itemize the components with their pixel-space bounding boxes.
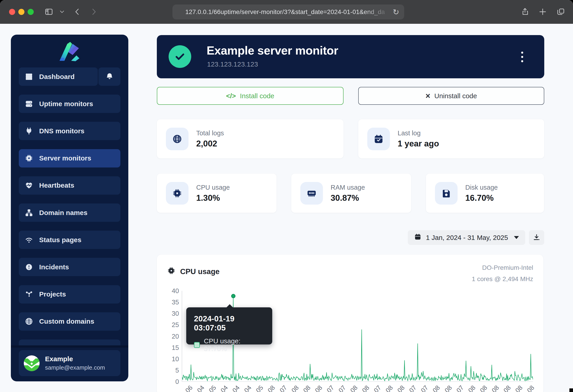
notifications-button[interactable] [98, 68, 120, 86]
x-tick: 08 [266, 384, 277, 392]
sidebar-toggle-icon[interactable] [43, 6, 55, 18]
sidebar-item-dashboard[interactable]: Dashboard [19, 68, 98, 86]
date-range-label: 1 Jan, 2024 - 31 May, 2025 [426, 234, 508, 242]
x-tick: 08 [526, 384, 536, 392]
x-tick: 08 [490, 384, 501, 392]
sidebar-item-label: Custom domains [39, 318, 94, 325]
x-tick: 07 [278, 384, 288, 392]
sidebar-item-label: Heartbeats [39, 181, 74, 189]
x-tick: 08 [514, 384, 524, 392]
date-range-picker[interactable]: 1 Jan, 2024 - 31 May, 2025 [408, 230, 525, 245]
kebab-menu-icon[interactable] [518, 49, 527, 65]
dns-icon [25, 127, 33, 135]
globe-icon [166, 128, 189, 150]
sidebar-item-incidents[interactable]: Incidents [19, 258, 120, 276]
page-content: Dashboard Uptime monitorsDNS monitorsSer… [0, 24, 573, 392]
url-text[interactable]: 127.0.0.1/66uptime/server-monitor/3?&sta… [178, 8, 393, 16]
profile-name: Example [45, 355, 105, 363]
cut-off-widget [569, 388, 573, 392]
tooltip-value: CPU usage: 37.70% [204, 337, 265, 353]
main-content: Example server monitor 123.123.123.123 <… [157, 35, 544, 392]
tooltip-series-swatch [194, 342, 200, 348]
disk-icon [435, 182, 458, 205]
page-title: Example server monitor [207, 44, 338, 57]
x-tick: 07 [337, 384, 347, 392]
x-tick: 04 [243, 384, 253, 392]
stat-value: 30.87% [331, 193, 365, 203]
x-tick: 08 [384, 384, 394, 392]
x-tick: 04 [196, 384, 206, 392]
heartbeat-icon [25, 181, 33, 190]
tooltip-datetime: 2024-01-19 03:07:05 [194, 314, 265, 332]
y-tick: 5 [175, 366, 179, 374]
sidebar-item-domain-names[interactable]: Domain names [19, 203, 120, 222]
stat-value: 1.30% [196, 193, 230, 203]
stat-label: Total logs [196, 129, 224, 137]
sidebar-item-dns-monitors[interactable]: DNS monitors [19, 122, 120, 140]
zoom-window-button[interactable] [28, 9, 34, 15]
stat-card-total-logs: Total logs2,002 [157, 119, 343, 159]
x-tick: 08 [349, 384, 359, 392]
sidebar-item-label: Projects [39, 290, 66, 298]
new-tab-icon[interactable] [537, 6, 549, 18]
stat-value: 2,002 [196, 139, 224, 148]
y-tick: 10 [172, 355, 179, 363]
sidebar-item-heartbeats[interactable]: Heartbeats [19, 176, 120, 195]
x-tick: 04 [219, 384, 230, 392]
chart-title: CPU usage [180, 267, 219, 276]
address-bar[interactable]: 127.0.0.1/66uptime/server-monitor/3?&sta… [172, 4, 404, 19]
x-axis-labels: 0604050404040508070808080707080807080807… [182, 385, 533, 392]
back-button[interactable] [72, 6, 83, 18]
status-icon [25, 236, 33, 244]
x-tick: 08 [302, 384, 312, 392]
stat-label: Disk usage [465, 184, 498, 191]
stat-label: CPU usage [196, 184, 230, 191]
stats-row-usage: CPU usage1.30%RAM usage30.87%Disk usage1… [157, 174, 544, 213]
sidebar-item-uptime-monitors[interactable]: Uptime monitors [19, 95, 120, 113]
download-button[interactable] [529, 230, 544, 245]
sidebar-item-projects[interactable]: Projects [19, 285, 120, 303]
stat-value: 16.70% [465, 193, 498, 203]
server-icon [25, 154, 33, 162]
incident-icon [25, 263, 33, 271]
stat-value: 1 year ago [398, 139, 439, 148]
projects-icon [25, 290, 33, 299]
chip-icon [167, 267, 176, 277]
profile-menu[interactable]: Example sample@example.com [19, 350, 120, 376]
ram-icon [300, 182, 323, 205]
x-tick: 07 [325, 384, 336, 392]
stat-label: RAM usage [331, 184, 365, 191]
chevron-down-icon[interactable] [56, 6, 68, 18]
x-tick: 07 [455, 384, 465, 392]
sidebar-item-label: Status pages [39, 236, 81, 244]
x-tick: 08 [467, 384, 477, 392]
sidebar-item-server-monitors[interactable]: Server monitors [19, 149, 120, 167]
uptime-icon [25, 100, 33, 108]
minimize-window-button[interactable] [18, 9, 24, 15]
tabs-overview-icon[interactable] [555, 6, 567, 18]
highlight-marker [232, 294, 235, 298]
install-code-button[interactable]: </> Install code [157, 87, 343, 105]
monitor-ip: 123.123.123.123 [207, 60, 258, 68]
code-icon: </> [226, 92, 236, 100]
sidebar-item-label: Incidents [39, 263, 69, 271]
sidebar-item-status-pages[interactable]: Status pages [19, 231, 120, 249]
x-tick: 06 [184, 384, 194, 392]
x-tick: 08 [443, 384, 453, 392]
server-name: DO-Premium-Intel [482, 264, 533, 271]
forward-button [88, 6, 100, 18]
sidebar-item-custom-domains[interactable]: Custom domains [19, 312, 120, 331]
share-icon[interactable] [519, 6, 531, 18]
status-ok-icon [169, 45, 191, 68]
x-tick: 08 [502, 384, 512, 392]
server-specs: 1 cores @ 2,494 MHz [472, 275, 533, 283]
uninstall-code-button[interactable]: × Uninstall code [358, 87, 544, 105]
sidebar-item-label: DNS monitors [39, 127, 84, 135]
monitor-header-card: Example server monitor 123.123.123.123 [157, 35, 544, 78]
y-tick: 35 [172, 299, 179, 306]
x-tick: 08 [361, 384, 371, 392]
close-window-button[interactable] [9, 9, 15, 15]
sidebar-item-partial[interactable] [19, 339, 120, 345]
reload-icon[interactable]: ↻ [393, 8, 399, 16]
profile-email: sample@example.com [45, 364, 105, 371]
